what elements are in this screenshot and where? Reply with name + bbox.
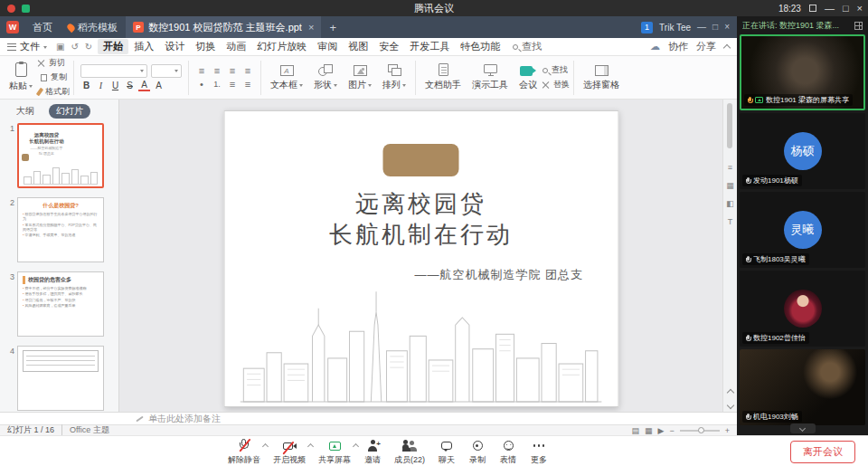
collapse-panel-button[interactable] — [790, 423, 816, 433]
start-video-button[interactable]: 开启视频 — [273, 439, 306, 466]
new-tab-button[interactable]: + — [321, 21, 344, 34]
tab-developer[interactable]: 开发工具 — [404, 39, 455, 54]
slide-thumbnail-4[interactable] — [17, 346, 104, 411]
more-button[interactable]: 更多 — [530, 439, 548, 466]
tab-document[interactable]: P 数控1901 校园贷防范 主题班会.ppt × — [126, 16, 321, 38]
members-button[interactable]: 成员(22) — [394, 439, 425, 466]
save-icon[interactable]: ▣ — [56, 42, 64, 52]
format-painter-button[interactable]: 格式刷 — [38, 86, 70, 98]
align-left-button[interactable]: ≡ — [195, 65, 208, 76]
slide-thumbnail-3[interactable]: 校园贷的危害众多 费率不明，部分平台实际资费标准模糊 催收手段多样，骚扰同学、威… — [17, 271, 104, 337]
find-button[interactable]: 查找 — [542, 64, 570, 76]
record-button[interactable]: 录制 — [468, 439, 486, 466]
minimize-icon[interactable]: — — [825, 0, 835, 16]
tab-design[interactable]: 设计 — [159, 39, 190, 54]
slide-thumbnail-1[interactable]: 远离校园贷 长航机制在行动 ——航空机械制造学院 团总支 — [17, 123, 104, 188]
invite-button[interactable]: + 邀请 — [363, 439, 382, 466]
tab-insert[interactable]: 插入 — [128, 39, 159, 54]
reactions-button[interactable]: 表情 — [499, 439, 517, 466]
bullet-list-button[interactable]: • — [195, 79, 208, 90]
close-icon[interactable]: × — [857, 0, 863, 16]
current-slide[interactable]: 远离校园贷 长航机制在行动 ——航空机械制造学院 团总支 — [223, 110, 618, 407]
text-box-button[interactable]: A 文本框 — [265, 56, 308, 99]
ribbon-search[interactable]: 查找 — [513, 40, 542, 53]
tab-docer[interactable]: 稻壳模板 — [60, 16, 126, 38]
fullscreen-icon[interactable] — [809, 5, 816, 12]
arrange-button[interactable]: 排列 — [377, 56, 411, 99]
doc-assistant-button[interactable]: 文档助手 — [420, 56, 467, 99]
layout-switch-icon[interactable] — [854, 22, 863, 30]
present-tools-button[interactable]: 演示工具 — [467, 56, 514, 99]
copy-button[interactable]: 复制 — [38, 71, 70, 83]
redo-icon[interactable]: ↻ — [85, 42, 92, 52]
collapse-ribbon-icon[interactable] — [723, 44, 731, 52]
zoom-out-icon[interactable]: − — [669, 426, 674, 435]
share-screen-button[interactable]: 共享屏幕 — [318, 439, 351, 466]
font-family-select[interactable] — [80, 64, 147, 78]
notification-badge[interactable]: 1 — [641, 22, 653, 33]
maximize-icon[interactable]: □ — [843, 0, 849, 16]
tab-outline[interactable]: 大纲 — [9, 104, 42, 119]
chat-button[interactable]: 聊天 — [438, 439, 456, 466]
tab-home-ribbon[interactable]: 开始 — [98, 39, 128, 54]
collab-button[interactable]: 协作 — [668, 40, 688, 53]
font-size-select[interactable] — [151, 64, 182, 78]
normal-view-icon[interactable]: ▤ — [632, 426, 640, 435]
tab-view[interactable]: 视图 — [343, 39, 373, 54]
font-color-button[interactable]: A — [138, 81, 150, 91]
tab-features[interactable]: 特色功能 — [455, 39, 505, 54]
sidebar-style-icon[interactable]: ◧ — [726, 199, 734, 208]
wps-maximize-icon[interactable]: □ — [712, 19, 718, 35]
video-options-icon[interactable] — [307, 443, 314, 450]
tab-review[interactable]: 审阅 — [312, 39, 343, 54]
wps-close-icon[interactable]: × — [724, 19, 730, 35]
italic-button[interactable]: I — [95, 81, 107, 90]
paste-button[interactable]: 粘贴 — [4, 56, 38, 99]
participant-tile[interactable]: 灵曦 飞制1803吴灵曦 — [740, 192, 865, 268]
align-center-button[interactable]: ≡ — [211, 65, 223, 76]
cloud-sync-icon[interactable]: ☁ — [650, 41, 660, 52]
unmute-button[interactable]: 解除静音 — [228, 439, 260, 466]
tab-transition[interactable]: 切换 — [190, 39, 221, 54]
sidebar-properties-icon[interactable]: ≡ — [728, 163, 732, 172]
notes-bar[interactable]: 单击此处添加备注 — [0, 412, 737, 424]
previous-slide-icon[interactable] — [726, 389, 733, 396]
sidebar-layout-icon[interactable]: ▦ — [726, 181, 734, 190]
shapes-button[interactable]: 形状 — [308, 56, 343, 99]
picture-button[interactable]: 图片 — [343, 56, 377, 99]
text-effects-button[interactable]: A — [153, 81, 165, 90]
indent-button[interactable]: ≡ — [241, 79, 254, 90]
leave-meeting-button[interactable]: 离开会议 — [790, 441, 855, 463]
strikethrough-button[interactable]: S — [124, 81, 136, 90]
undo-icon[interactable]: ↺ — [71, 42, 78, 52]
tab-home[interactable]: 首页 — [25, 16, 60, 38]
zoom-slider[interactable] — [680, 430, 720, 432]
participant-tile[interactable]: 数控1902曾佳怡 — [740, 271, 865, 347]
tab-slides[interactable]: 幻灯片 — [49, 104, 90, 119]
cut-button[interactable]: 剪切 — [38, 57, 70, 69]
participant-tile[interactable]: 杨硕 发动1901杨硕 — [740, 113, 865, 189]
file-menu[interactable]: 文件 — [0, 40, 54, 53]
participant-tile-screen-share[interactable]: 数控1901 梁森的屏幕共享 — [740, 34, 865, 110]
tab-security[interactable]: 安全 — [373, 39, 404, 54]
wps-minimize-icon[interactable]: — — [697, 19, 706, 35]
bold-button[interactable]: B — [80, 81, 92, 90]
align-justify-button[interactable]: ≡ — [241, 65, 254, 76]
share-button[interactable]: 分享 — [696, 40, 716, 53]
tab-animation[interactable]: 动画 — [221, 39, 251, 54]
underline-button[interactable]: U — [109, 81, 121, 90]
replace-button[interactable]: 替换 — [542, 79, 570, 90]
zoom-in-icon[interactable]: + — [725, 426, 730, 435]
account-name[interactable]: Trik Tee — [659, 23, 691, 33]
numbered-list-button[interactable]: 1. — [211, 80, 223, 89]
line-spacing-button[interactable]: ≡ — [226, 79, 239, 90]
slide-thumbnail-2[interactable]: 什么是校园贷? 校园贷是指在校学生向各类借贷平台借款的行为 常见形式有分期购物平… — [17, 197, 104, 262]
align-right-button[interactable]: ≡ — [226, 65, 239, 76]
close-tab-icon[interactable]: × — [308, 22, 314, 33]
vertical-scrollbar[interactable] — [727, 103, 732, 148]
sorter-view-icon[interactable]: ▦ — [645, 426, 653, 435]
sidebar-text-icon[interactable]: T — [728, 217, 733, 226]
play-view-icon[interactable]: ▶ — [658, 426, 665, 435]
participant-tile[interactable]: 机电1903刘畅 — [740, 349, 865, 425]
next-slide-icon[interactable] — [726, 402, 733, 409]
